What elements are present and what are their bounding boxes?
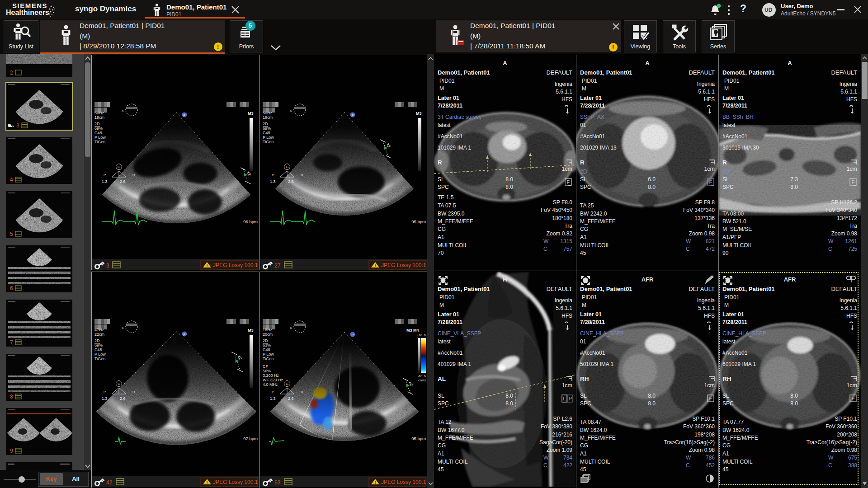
svg-text:P: P bbox=[104, 173, 106, 177]
svg-text:G: G bbox=[118, 165, 120, 169]
svg-text:2D: 2D bbox=[94, 122, 100, 126]
svg-text:cm/s: cm/s bbox=[418, 378, 426, 382]
svg-text:TiGen: TiGen bbox=[94, 357, 105, 361]
svg-text:50Hz: 50Hz bbox=[94, 111, 104, 115]
svg-text:P Low: P Low bbox=[263, 352, 274, 357]
svg-text:CF: CF bbox=[263, 364, 268, 369]
svg-text:R: R bbox=[301, 173, 303, 177]
svg-text:G: G bbox=[286, 382, 288, 386]
svg-text:P: P bbox=[184, 114, 186, 117]
svg-text:JPEG Lossy 100:1: JPEG Lossy 100:1 bbox=[213, 262, 258, 268]
svg-text:3: 3 bbox=[106, 263, 109, 269]
svg-text:1.3: 1.3 bbox=[102, 396, 108, 401]
svg-text:47Hz: 47Hz bbox=[94, 328, 104, 332]
svg-text:C48: C48 bbox=[94, 347, 102, 352]
svg-text:C48: C48 bbox=[94, 131, 102, 135]
svg-text:P: P bbox=[272, 173, 274, 177]
svg-text:P Low: P Low bbox=[94, 135, 106, 140]
svg-text:95 bpm: 95 bpm bbox=[411, 436, 426, 441]
svg-text:19cm: 19cm bbox=[263, 115, 273, 120]
svg-text:95 bpm: 95 bpm bbox=[411, 219, 426, 224]
svg-text:+61.6: +61.6 bbox=[417, 333, 426, 337]
svg-text:TiGen: TiGen bbox=[94, 140, 105, 144]
svg-text:1.3: 1.3 bbox=[102, 179, 108, 184]
svg-text:WF 320 Hz: WF 320 Hz bbox=[263, 378, 283, 382]
svg-text:63: 63 bbox=[274, 479, 281, 486]
svg-text:P: P bbox=[272, 390, 274, 394]
svg-text:22cm: 22cm bbox=[94, 332, 104, 337]
svg-text:6: 6 bbox=[290, 109, 292, 113]
svg-text:F: F bbox=[567, 179, 570, 185]
svg-text:F: F bbox=[852, 179, 855, 185]
svg-text:JPEG Lossy 100:1: JPEG Lossy 100:1 bbox=[381, 479, 426, 485]
svg-text:5: 5 bbox=[10, 231, 13, 237]
svg-text:M3: M3 bbox=[248, 111, 254, 116]
svg-text:P: P bbox=[569, 396, 572, 401]
svg-text:96 bpm: 96 bpm bbox=[243, 219, 258, 224]
svg-text:!: ! bbox=[375, 480, 376, 485]
svg-text:TiGen: TiGen bbox=[263, 140, 274, 144]
svg-text:P: P bbox=[352, 333, 354, 337]
svg-text:56%: 56% bbox=[263, 369, 271, 373]
svg-text:2D: 2D bbox=[263, 122, 268, 126]
svg-text:!: ! bbox=[207, 480, 208, 485]
svg-text:2.6: 2.6 bbox=[120, 396, 126, 401]
svg-text:8: 8 bbox=[10, 394, 13, 400]
svg-text:G: G bbox=[118, 382, 120, 386]
svg-text:4: 4 bbox=[10, 177, 13, 183]
svg-text:2.6: 2.6 bbox=[288, 179, 294, 184]
svg-text:G: G bbox=[286, 165, 288, 169]
svg-text:R: R bbox=[132, 390, 135, 394]
svg-text:20cm: 20cm bbox=[263, 332, 273, 337]
svg-text:M3: M3 bbox=[416, 111, 422, 116]
svg-text:50Hz: 50Hz bbox=[263, 111, 273, 115]
svg-text:19cm: 19cm bbox=[94, 115, 104, 120]
svg-text:6: 6 bbox=[122, 109, 124, 113]
svg-text:4.0 MHz: 4.0 MHz bbox=[263, 382, 278, 387]
svg-text:!: ! bbox=[375, 263, 376, 268]
svg-text:F: F bbox=[709, 179, 712, 185]
svg-text:L: L bbox=[563, 396, 566, 401]
svg-text:6: 6 bbox=[290, 326, 292, 330]
svg-text:97 bpm: 97 bpm bbox=[243, 436, 258, 441]
svg-text:M3: M3 bbox=[248, 328, 254, 333]
svg-text:2D: 2D bbox=[263, 338, 268, 343]
svg-text:P Low: P Low bbox=[263, 135, 274, 140]
svg-text:6: 6 bbox=[122, 326, 124, 330]
svg-text:P Low: P Low bbox=[94, 352, 106, 357]
svg-text:P: P bbox=[352, 114, 354, 117]
svg-text:9: 9 bbox=[10, 448, 13, 454]
svg-text:42: 42 bbox=[106, 479, 113, 486]
svg-text:2: 2 bbox=[10, 70, 13, 76]
svg-text:C48: C48 bbox=[263, 131, 270, 135]
svg-text:TiGen: TiGen bbox=[263, 357, 274, 361]
svg-text:2D: 2D bbox=[94, 338, 100, 343]
svg-text:2.6: 2.6 bbox=[120, 179, 126, 184]
svg-text:P: P bbox=[104, 390, 106, 394]
svg-text:27: 27 bbox=[274, 263, 281, 269]
svg-text:!: ! bbox=[207, 263, 208, 268]
svg-text:P: P bbox=[184, 333, 186, 336]
svg-text:1.3: 1.3 bbox=[270, 179, 276, 184]
svg-text:F: F bbox=[709, 396, 712, 401]
svg-text:M3 M4: M3 M4 bbox=[406, 328, 419, 333]
svg-text:1.3: 1.3 bbox=[270, 396, 276, 401]
svg-text:C48: C48 bbox=[263, 347, 270, 352]
svg-text:18Hz: 18Hz bbox=[263, 328, 273, 332]
svg-text:-61.6: -61.6 bbox=[418, 374, 426, 378]
svg-text:R: R bbox=[132, 173, 135, 177]
svg-text:2.6: 2.6 bbox=[288, 396, 294, 401]
svg-text:R: R bbox=[301, 390, 303, 394]
svg-text:3: 3 bbox=[16, 122, 19, 129]
svg-text:7: 7 bbox=[10, 339, 13, 346]
svg-text:JPEG Lossy 100:1: JPEG Lossy 100:1 bbox=[381, 262, 426, 268]
svg-text:3,200 Hz: 3,200 Hz bbox=[263, 373, 279, 378]
svg-text:JPEG Lossy 100:1: JPEG Lossy 100:1 bbox=[213, 479, 258, 485]
svg-text:6: 6 bbox=[10, 285, 13, 291]
